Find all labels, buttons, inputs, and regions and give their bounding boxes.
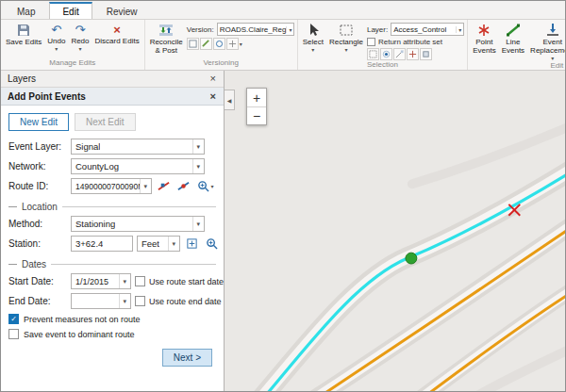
versioning-tool-icon-3[interactable] <box>213 38 225 50</box>
add-point-events-panel: New Edit Next Edit Event Layer: Signal ▾… <box>1 106 224 391</box>
line-events-button[interactable]: Line Events <box>500 21 526 61</box>
tab-review[interactable]: Review <box>94 4 150 19</box>
chevron-down-icon: ▾ <box>192 139 200 154</box>
selection-tool-icon-5[interactable] <box>420 48 432 60</box>
versioning-tool-icon-2[interactable] <box>200 38 212 50</box>
dates-section-header: Dates <box>8 259 216 270</box>
selection-tool-icon-3[interactable] <box>393 48 406 60</box>
save-edits-label: Save Edits <box>6 39 42 47</box>
redo-label: Redo <box>71 38 89 46</box>
event-layer-combo[interactable]: Signal ▾ <box>71 139 205 155</box>
layer-label: Layer: <box>367 25 388 34</box>
zoom-control: + − <box>246 88 267 125</box>
layers-pane-title: Layers <box>8 74 36 84</box>
point-events-button[interactable]: Point Events <box>471 21 497 61</box>
close-icon[interactable]: × <box>209 91 217 102</box>
event-point[interactable] <box>406 253 417 264</box>
undo-label: Undo <box>47 38 65 46</box>
pick-station-icon <box>186 237 198 250</box>
layers-pane-header: Layers × <box>1 71 224 88</box>
prevent-measures-checkbox[interactable] <box>8 314 19 324</box>
layer-value: Access_Control <box>393 25 446 34</box>
zoom-in-button[interactable]: + <box>247 89 266 106</box>
chevron-down-icon: ▾ <box>192 159 200 173</box>
map-view[interactable]: ◀ + − <box>225 71 565 391</box>
chevron-down-icon: ▾ <box>311 47 314 53</box>
end-date-combo[interactable]: ▾ <box>71 293 131 309</box>
event-replacement-label: Event Replacement <box>530 39 565 56</box>
chevron-down-icon: ▾ <box>286 26 291 33</box>
magnifier-icon <box>206 237 218 250</box>
pick-route-icon <box>158 180 170 192</box>
next-edit-button[interactable]: Next Edit <box>75 113 136 131</box>
next-button[interactable]: Next > <box>162 349 212 367</box>
method-label: Method: <box>8 219 67 229</box>
tab-map[interactable]: Map <box>5 4 47 19</box>
save-edits-button[interactable]: Save Edits <box>4 21 43 58</box>
station-value: 3+62.4 <box>75 238 103 249</box>
selection-tool-icon-1[interactable] <box>367 48 379 60</box>
prevent-measures-label: Prevent measures not on route <box>24 315 141 324</box>
undo-button[interactable]: ↶ Undo ▾ <box>45 21 67 58</box>
line-events-label: Line Events <box>502 39 524 56</box>
route-id-combo[interactable]: 14900000700090M01 ▾ <box>71 178 152 194</box>
station-input[interactable]: 3+62.4 <box>71 236 133 252</box>
selection-tool-icon-4[interactable] <box>407 48 419 60</box>
rectangle-select-icon <box>339 23 354 38</box>
zoom-to-route-button[interactable]: ▾ <box>195 178 216 194</box>
cursor-icon <box>306 23 321 38</box>
pick-route-alt-button[interactable] <box>175 178 191 194</box>
ribbon-tab-strip: Map Edit Review <box>1 1 565 20</box>
network-combo[interactable]: CountyLog ▾ <box>71 158 205 174</box>
dominant-route-label: Save event to dominant route <box>24 330 135 339</box>
tab-edit[interactable]: Edit <box>49 2 92 19</box>
event-layer-value: Signal <box>75 141 100 152</box>
select-button[interactable]: Select ▾ <box>301 21 325 60</box>
version-combo[interactable]: ROADS.Claire_Reg ▾ <box>217 23 294 36</box>
station-units-value: Feet <box>142 238 159 249</box>
return-attribute-checkbox[interactable] <box>367 38 375 46</box>
map-canvas <box>225 71 565 391</box>
network-label: Network: <box>8 161 67 172</box>
use-route-start-date-checkbox[interactable] <box>135 276 145 286</box>
chevron-down-icon: ▾ <box>240 41 242 47</box>
zoom-to-station-button[interactable] <box>204 236 220 252</box>
network-value: CountyLog <box>75 161 119 172</box>
versioning-tool-icon-1[interactable] <box>187 38 199 50</box>
method-combo[interactable]: Stationing ▾ <box>71 216 205 232</box>
group-label-selection: Selection <box>301 60 465 71</box>
ribbon: Save Edits ↶ Undo ▾ ↷ Redo ▾ × Discard E… <box>1 20 565 71</box>
start-date-combo[interactable]: 1/1/2015 ▾ <box>71 273 131 289</box>
layer-combo[interactable]: Access_Control ▾ <box>391 23 464 36</box>
magnifier-icon <box>197 180 209 192</box>
ribbon-group-edit-events: Point Events Line Events Event Replaceme… <box>468 20 565 70</box>
close-icon[interactable]: × <box>209 74 217 84</box>
discard-edits-button[interactable]: × Discard Edits <box>93 21 142 58</box>
dominant-route-checkbox[interactable] <box>8 329 19 339</box>
zoom-out-button[interactable]: − <box>247 106 266 124</box>
reconcile-post-button[interactable]: Reconcile & Post <box>148 21 185 58</box>
selection-tool-icon-2[interactable] <box>380 48 392 60</box>
pick-station-button[interactable] <box>184 236 200 252</box>
event-replacement-button[interactable]: Event Replacement ▾ <box>528 21 565 61</box>
pick-route-button[interactable] <box>156 178 172 194</box>
rectangle-button[interactable]: Rectangle ▾ <box>327 21 365 60</box>
chevron-down-icon: ▾ <box>344 47 347 53</box>
versioning-tool-icon-4[interactable] <box>226 38 239 50</box>
redo-button[interactable]: ↷ Redo ▾ <box>69 21 91 58</box>
discard-edits-label: Discard Edits <box>95 38 140 46</box>
point-event-icon <box>476 23 491 38</box>
panel-collapse-button[interactable]: ◀ <box>225 90 235 110</box>
return-attribute-label: Return attribute set <box>378 38 442 46</box>
route-id-label: Route ID: <box>8 181 67 191</box>
rectangle-label: Rectangle <box>329 39 363 47</box>
select-label: Select <box>303 39 324 47</box>
new-edit-button[interactable]: New Edit <box>8 113 69 131</box>
station-units-combo[interactable]: Feet ▾ <box>137 236 180 252</box>
group-label-edit-events: Edit Events <box>471 61 565 71</box>
route-id-value: 14900000700090M01 <box>75 182 140 191</box>
chevron-down-icon: ▾ <box>192 217 200 231</box>
point-events-label: Point Events <box>473 39 495 56</box>
version-value: ROADS.Claire_Reg <box>220 25 287 34</box>
use-route-end-date-checkbox[interactable] <box>135 296 145 306</box>
